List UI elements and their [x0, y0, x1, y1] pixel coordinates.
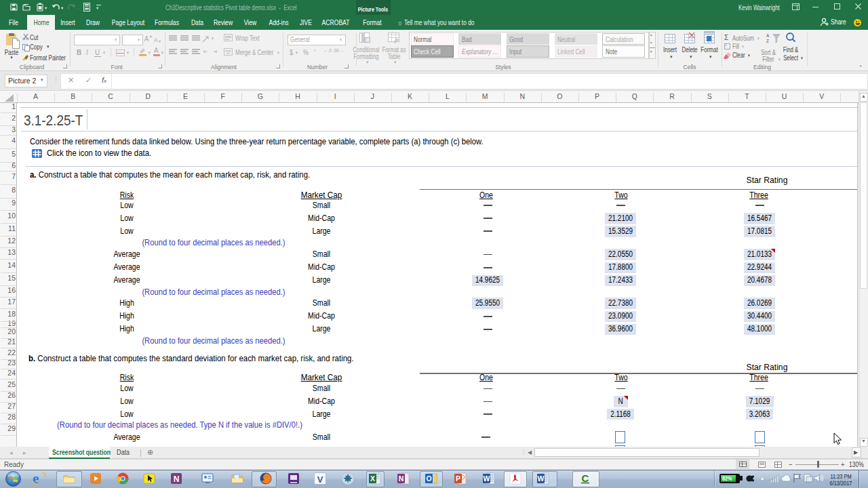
svg-text:X: X — [370, 474, 375, 483]
svg-text:C: C — [582, 472, 589, 484]
svg-text:P: P — [456, 474, 460, 483]
svg-text:O: O — [426, 474, 431, 483]
svg-text:N: N — [174, 474, 180, 484]
svg-text:W: W — [538, 474, 545, 483]
svg-text:V: V — [317, 474, 323, 485]
svg-text:N: N — [399, 474, 404, 483]
svg-text:W: W — [484, 474, 490, 483]
